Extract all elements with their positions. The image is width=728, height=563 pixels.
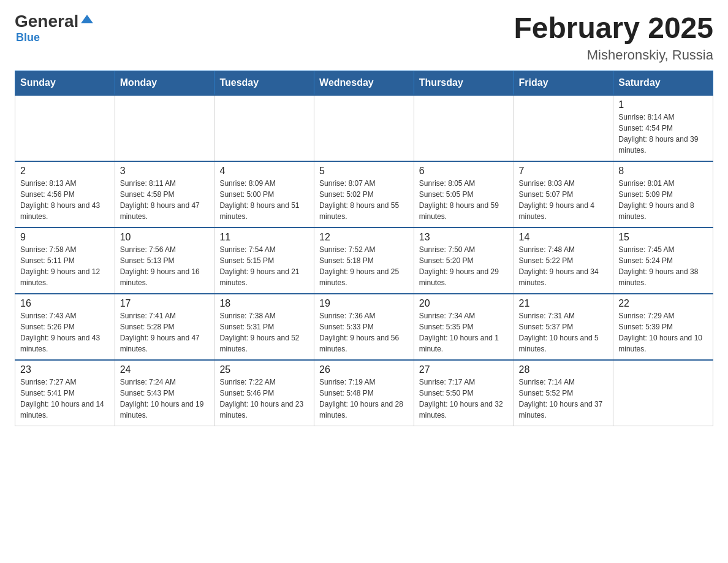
calendar-cell: 16Sunrise: 7:43 AMSunset: 5:26 PMDayligh… bbox=[15, 294, 115, 360]
calendar-cell bbox=[214, 95, 314, 161]
day-number: 22 bbox=[618, 298, 708, 309]
calendar-cell: 1Sunrise: 8:14 AMSunset: 4:54 PMDaylight… bbox=[613, 95, 713, 161]
day-number: 27 bbox=[419, 364, 509, 375]
day-info: Sunrise: 8:05 AMSunset: 5:05 PMDaylight:… bbox=[419, 178, 509, 222]
weekday-header-wednesday: Wednesday bbox=[314, 71, 414, 95]
day-number: 17 bbox=[120, 298, 210, 309]
day-number: 12 bbox=[319, 232, 409, 243]
weekday-header-friday: Friday bbox=[514, 71, 613, 95]
day-number: 7 bbox=[519, 166, 609, 177]
calendar-cell bbox=[613, 360, 713, 426]
calendar-cell: 9Sunrise: 7:58 AMSunset: 5:11 PMDaylight… bbox=[15, 228, 115, 294]
weekday-header-monday: Monday bbox=[115, 71, 214, 95]
weekday-header-row: SundayMondayTuesdayWednesdayThursdayFrid… bbox=[15, 71, 713, 95]
week-row-2: 2Sunrise: 8:13 AMSunset: 4:56 PMDaylight… bbox=[15, 161, 713, 228]
day-info: Sunrise: 7:17 AMSunset: 5:50 PMDaylight:… bbox=[419, 377, 509, 421]
day-info: Sunrise: 7:58 AMSunset: 5:11 PMDaylight:… bbox=[20, 244, 110, 288]
day-info: Sunrise: 7:24 AMSunset: 5:43 PMDaylight:… bbox=[120, 377, 210, 421]
day-info: Sunrise: 8:11 AMSunset: 4:58 PMDaylight:… bbox=[120, 178, 210, 222]
calendar-cell: 24Sunrise: 7:24 AMSunset: 5:43 PMDayligh… bbox=[115, 360, 214, 426]
calendar-cell: 27Sunrise: 7:17 AMSunset: 5:50 PMDayligh… bbox=[414, 360, 514, 426]
calendar-cell: 25Sunrise: 7:22 AMSunset: 5:46 PMDayligh… bbox=[214, 360, 314, 426]
day-number: 18 bbox=[219, 298, 309, 309]
weekday-header-thursday: Thursday bbox=[414, 71, 514, 95]
calendar-cell: 10Sunrise: 7:56 AMSunset: 5:13 PMDayligh… bbox=[115, 228, 214, 294]
day-info: Sunrise: 7:31 AMSunset: 5:37 PMDaylight:… bbox=[519, 310, 609, 354]
calendar-cell: 28Sunrise: 7:14 AMSunset: 5:52 PMDayligh… bbox=[514, 360, 613, 426]
day-number: 10 bbox=[120, 232, 210, 243]
calendar-cell bbox=[15, 95, 115, 161]
day-number: 13 bbox=[419, 232, 509, 243]
day-number: 25 bbox=[219, 364, 309, 375]
day-info: Sunrise: 7:27 AMSunset: 5:41 PMDaylight:… bbox=[20, 377, 110, 421]
calendar-cell bbox=[314, 95, 414, 161]
day-info: Sunrise: 7:48 AMSunset: 5:22 PMDaylight:… bbox=[519, 244, 609, 288]
weekday-header-sunday: Sunday bbox=[15, 71, 115, 95]
day-number: 1 bbox=[618, 99, 708, 110]
day-info: Sunrise: 7:43 AMSunset: 5:26 PMDaylight:… bbox=[20, 310, 110, 354]
logo-general-text: General bbox=[15, 12, 78, 31]
day-info: Sunrise: 8:07 AMSunset: 5:02 PMDaylight:… bbox=[319, 178, 409, 222]
day-number: 3 bbox=[120, 166, 210, 177]
day-number: 16 bbox=[20, 298, 110, 309]
day-info: Sunrise: 7:38 AMSunset: 5:31 PMDaylight:… bbox=[219, 310, 309, 354]
day-number: 11 bbox=[219, 232, 309, 243]
logo-triangle-icon bbox=[81, 15, 93, 23]
calendar-cell: 8Sunrise: 8:01 AMSunset: 5:09 PMDaylight… bbox=[613, 161, 713, 228]
week-row-1: 1Sunrise: 8:14 AMSunset: 4:54 PMDaylight… bbox=[15, 95, 713, 161]
calendar-table: SundayMondayTuesdayWednesdayThursdayFrid… bbox=[15, 71, 713, 426]
day-number: 28 bbox=[519, 364, 609, 375]
calendar-cell: 18Sunrise: 7:38 AMSunset: 5:31 PMDayligh… bbox=[214, 294, 314, 360]
day-info: Sunrise: 8:09 AMSunset: 5:00 PMDaylight:… bbox=[219, 178, 309, 222]
day-info: Sunrise: 8:03 AMSunset: 5:07 PMDaylight:… bbox=[519, 178, 609, 222]
day-number: 15 bbox=[618, 232, 708, 243]
calendar-cell: 22Sunrise: 7:29 AMSunset: 5:39 PMDayligh… bbox=[613, 294, 713, 360]
weekday-header-tuesday: Tuesday bbox=[214, 71, 314, 95]
calendar-cell: 4Sunrise: 8:09 AMSunset: 5:00 PMDaylight… bbox=[214, 161, 314, 228]
day-info: Sunrise: 7:50 AMSunset: 5:20 PMDaylight:… bbox=[419, 244, 509, 288]
day-number: 26 bbox=[319, 364, 409, 375]
day-number: 8 bbox=[618, 166, 708, 177]
day-number: 20 bbox=[419, 298, 509, 309]
calendar-cell bbox=[115, 95, 214, 161]
week-row-3: 9Sunrise: 7:58 AMSunset: 5:11 PMDaylight… bbox=[15, 228, 713, 294]
day-info: Sunrise: 7:29 AMSunset: 5:39 PMDaylight:… bbox=[618, 310, 708, 354]
weekday-header-saturday: Saturday bbox=[613, 71, 713, 95]
day-info: Sunrise: 7:22 AMSunset: 5:46 PMDaylight:… bbox=[219, 377, 309, 421]
title-block: February 2025 Misheronskiy, Russia bbox=[514, 12, 713, 63]
day-number: 24 bbox=[120, 364, 210, 375]
day-number: 23 bbox=[20, 364, 110, 375]
calendar-cell: 13Sunrise: 7:50 AMSunset: 5:20 PMDayligh… bbox=[414, 228, 514, 294]
calendar-cell: 23Sunrise: 7:27 AMSunset: 5:41 PMDayligh… bbox=[15, 360, 115, 426]
day-number: 2 bbox=[20, 166, 110, 177]
day-info: Sunrise: 7:41 AMSunset: 5:28 PMDaylight:… bbox=[120, 310, 210, 354]
calendar-cell: 26Sunrise: 7:19 AMSunset: 5:48 PMDayligh… bbox=[314, 360, 414, 426]
day-number: 19 bbox=[319, 298, 409, 309]
calendar-cell bbox=[414, 95, 514, 161]
week-row-4: 16Sunrise: 7:43 AMSunset: 5:26 PMDayligh… bbox=[15, 294, 713, 360]
logo-blue-text: Blue bbox=[16, 31, 40, 44]
day-info: Sunrise: 7:36 AMSunset: 5:33 PMDaylight:… bbox=[319, 310, 409, 354]
calendar-subtitle: Misheronskiy, Russia bbox=[514, 47, 713, 63]
day-number: 6 bbox=[419, 166, 509, 177]
day-info: Sunrise: 7:34 AMSunset: 5:35 PMDaylight:… bbox=[419, 310, 509, 354]
day-number: 14 bbox=[519, 232, 609, 243]
calendar-cell: 7Sunrise: 8:03 AMSunset: 5:07 PMDaylight… bbox=[514, 161, 613, 228]
calendar-cell: 20Sunrise: 7:34 AMSunset: 5:35 PMDayligh… bbox=[414, 294, 514, 360]
day-info: Sunrise: 8:01 AMSunset: 5:09 PMDaylight:… bbox=[618, 178, 708, 222]
calendar-cell: 5Sunrise: 8:07 AMSunset: 5:02 PMDaylight… bbox=[314, 161, 414, 228]
calendar-cell: 14Sunrise: 7:48 AMSunset: 5:22 PMDayligh… bbox=[514, 228, 613, 294]
calendar-cell bbox=[514, 95, 613, 161]
day-number: 9 bbox=[20, 232, 110, 243]
day-info: Sunrise: 7:45 AMSunset: 5:24 PMDaylight:… bbox=[618, 244, 708, 288]
calendar-cell: 15Sunrise: 7:45 AMSunset: 5:24 PMDayligh… bbox=[613, 228, 713, 294]
header: General Blue February 2025 Misheronskiy,… bbox=[15, 12, 713, 63]
day-info: Sunrise: 8:13 AMSunset: 4:56 PMDaylight:… bbox=[20, 178, 110, 222]
calendar-cell: 6Sunrise: 8:05 AMSunset: 5:05 PMDaylight… bbox=[414, 161, 514, 228]
calendar-cell: 2Sunrise: 8:13 AMSunset: 4:56 PMDaylight… bbox=[15, 161, 115, 228]
day-info: Sunrise: 7:52 AMSunset: 5:18 PMDaylight:… bbox=[319, 244, 409, 288]
calendar-cell: 3Sunrise: 8:11 AMSunset: 4:58 PMDaylight… bbox=[115, 161, 214, 228]
day-number: 4 bbox=[219, 166, 309, 177]
day-info: Sunrise: 7:56 AMSunset: 5:13 PMDaylight:… bbox=[120, 244, 210, 288]
page: General Blue February 2025 Misheronskiy,… bbox=[0, 0, 728, 441]
